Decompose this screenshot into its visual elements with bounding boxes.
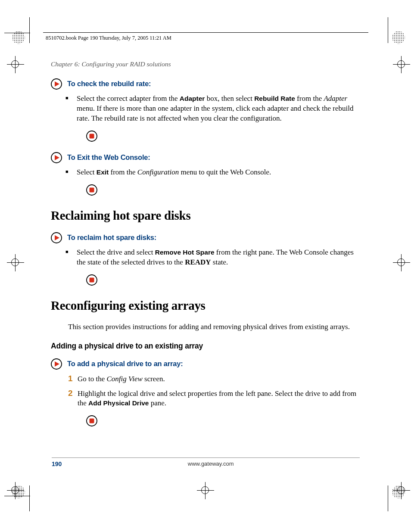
svg-rect-15 xyxy=(90,419,94,423)
svg-marker-13 xyxy=(55,361,59,367)
numbered-step: 1 Go to the Config View screen. xyxy=(68,374,364,384)
instruction-text: Select the correct adapter from the Adap… xyxy=(77,94,364,124)
crop-ornament xyxy=(12,31,25,44)
registration-mark xyxy=(197,482,214,499)
registration-mark xyxy=(7,56,24,73)
registration-mark xyxy=(7,482,24,499)
svg-marker-5 xyxy=(55,155,59,160)
section-heading: Reconfiguring existing arrays xyxy=(51,299,368,313)
play-icon xyxy=(51,152,62,163)
registration-mark xyxy=(393,482,410,499)
page-footer: 190 www.gateway.com xyxy=(43,457,368,467)
section-heading: Reclaiming hot spare disks xyxy=(51,208,368,223)
crop-line xyxy=(388,17,388,43)
chapter-header: Chapter 6: Configuring your RAID solutio… xyxy=(51,60,368,68)
instruction-text: Select Exit from the Configuration menu … xyxy=(77,168,364,177)
registration-mark xyxy=(393,254,410,271)
step-number: 2 xyxy=(68,389,78,398)
running-head: 8510702.book Page 190 Thursday, July 7, … xyxy=(43,34,368,44)
numbered-step: 2 Highlight the logical drive and select… xyxy=(68,389,364,409)
svg-rect-3 xyxy=(90,134,94,138)
svg-rect-7 xyxy=(90,187,94,192)
stop-icon xyxy=(86,184,368,197)
subsection-heading: Adding a physical drive to an existing a… xyxy=(51,342,368,351)
stop-icon xyxy=(86,131,368,143)
svg-marker-9 xyxy=(55,235,59,240)
body-paragraph: This section provides instructions for a… xyxy=(68,322,364,332)
svg-rect-11 xyxy=(90,277,94,282)
registration-mark xyxy=(7,254,24,271)
header-rule xyxy=(43,32,368,33)
task-heading: To check the rebuild rate: xyxy=(67,80,151,88)
task-heading: To add a physical drive to an array: xyxy=(67,360,183,368)
registration-mark xyxy=(393,56,410,73)
play-icon xyxy=(51,78,62,90)
crop-line xyxy=(388,485,388,511)
svg-marker-1 xyxy=(55,81,59,87)
play-icon xyxy=(51,232,62,243)
stop-icon xyxy=(86,274,368,287)
crop-line xyxy=(4,33,30,33)
crop-line xyxy=(29,485,30,511)
task-heading: To Exit the Web Console: xyxy=(67,153,150,162)
stop-icon xyxy=(86,415,368,428)
task-heading: To reclaim hot spare disks: xyxy=(67,233,156,242)
crop-line xyxy=(29,17,30,43)
crop-ornament xyxy=(392,31,405,44)
instruction-text: Select the drive and select Remove Hot S… xyxy=(77,248,364,268)
play-icon xyxy=(51,358,62,370)
crop-line xyxy=(4,496,30,496)
footer-url: www.gateway.com xyxy=(188,460,234,467)
page-number: 190 xyxy=(52,460,62,467)
step-number: 1 xyxy=(68,374,78,383)
